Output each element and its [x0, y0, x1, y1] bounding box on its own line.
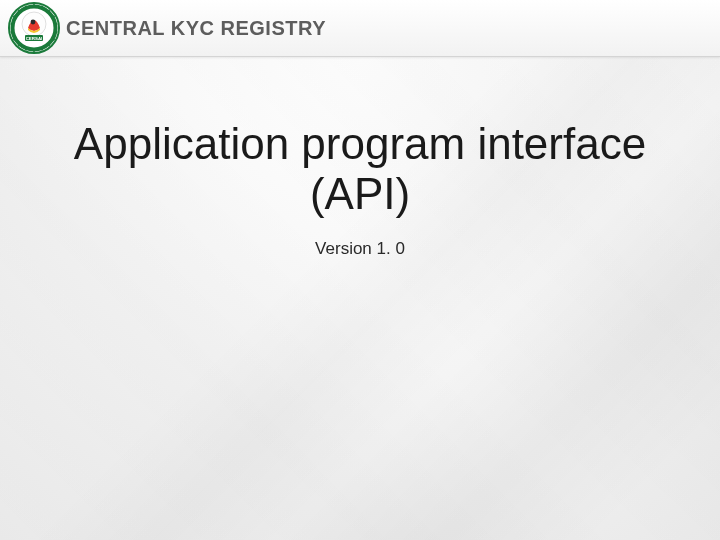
- header-title: CENTRAL KYC REGISTRY: [66, 17, 326, 40]
- title-line-2: (API): [0, 170, 720, 218]
- main-content: Application program interface (API) Vers…: [0, 120, 720, 259]
- svg-point-18: [18, 10, 20, 12]
- header-bar: CERSAI CENTRAL KYC REGISTRY: [0, 0, 720, 57]
- logo-label-text: CERSAI: [26, 36, 43, 41]
- svg-point-11: [33, 50, 35, 52]
- svg-point-2: [33, 4, 35, 6]
- svg-point-5: [53, 16, 55, 18]
- svg-point-16: [11, 23, 13, 25]
- svg-point-19: [25, 6, 27, 8]
- svg-point-9: [48, 45, 50, 47]
- svg-point-10: [41, 49, 43, 51]
- svg-point-8: [53, 39, 55, 41]
- svg-point-3: [41, 6, 43, 8]
- title-line-1: Application program interface: [0, 120, 720, 168]
- svg-point-7: [56, 31, 58, 33]
- version-text: Version 1. 0: [0, 239, 720, 259]
- cersai-logo-icon: CERSAI: [8, 2, 60, 54]
- svg-point-4: [48, 10, 50, 12]
- svg-point-13: [18, 45, 20, 47]
- svg-point-17: [13, 16, 15, 18]
- svg-point-12: [25, 49, 27, 51]
- svg-point-15: [11, 31, 13, 33]
- slide: CERSAI CENTRAL KYC REGISTRY Application …: [0, 0, 720, 540]
- cersai-logo: CERSAI: [8, 2, 60, 54]
- svg-point-21: [31, 20, 36, 25]
- svg-point-6: [56, 23, 58, 25]
- svg-point-14: [13, 39, 15, 41]
